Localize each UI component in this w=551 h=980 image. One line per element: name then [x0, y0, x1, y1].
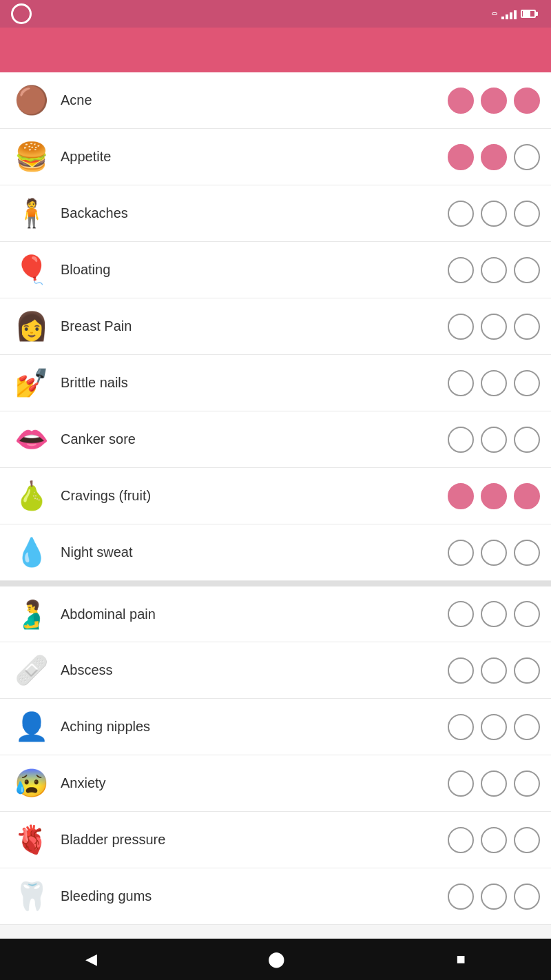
bottom-nav: ◀ ⬤ ■ — [0, 939, 551, 980]
symptom-item-night-sweat: 💧Night sweat — [0, 524, 551, 581]
symptom-icon-breast-pain: 👩 — [11, 306, 52, 347]
circle-bleeding-gums-1[interactable] — [481, 884, 507, 910]
symptom-circles-backaches — [448, 201, 540, 227]
circle-acne-1[interactable] — [481, 88, 507, 114]
circle-brittle-nails-0[interactable] — [448, 370, 474, 396]
circle-abdominal-pain-1[interactable] — [481, 601, 507, 627]
symptom-circles-bladder-pressure — [448, 827, 540, 853]
symptom-item-breast-pain: 👩Breast Pain — [0, 298, 551, 355]
circle-backaches-0[interactable] — [448, 201, 474, 227]
circle-breast-pain-2[interactable] — [514, 314, 540, 340]
symptom-icon-bloating: 🎈 — [11, 249, 52, 291]
symptom-icon-bladder-pressure: 🫀 — [11, 819, 52, 861]
symptom-name-cravings-fruit: Cravings (fruit) — [52, 488, 448, 504]
circle-abdominal-pain-0[interactable] — [448, 601, 474, 627]
circle-cravings-fruit-0[interactable] — [448, 483, 474, 509]
symptom-name-aching-nipples: Aching nipples — [52, 719, 448, 735]
signal-bars — [501, 8, 517, 19]
circle-abdominal-pain-2[interactable] — [514, 601, 540, 627]
circle-abscess-1[interactable] — [481, 657, 507, 684]
circle-night-sweat-0[interactable] — [448, 540, 474, 566]
symptom-circles-aching-nipples — [448, 714, 540, 740]
symptom-circles-appetite — [448, 144, 540, 170]
circle-aching-nipples-1[interactable] — [481, 714, 507, 740]
nav-recent-button[interactable]: ■ — [457, 950, 466, 968]
lte-badge — [492, 12, 497, 15]
circle-night-sweat-2[interactable] — [514, 540, 540, 566]
circle-breast-pain-0[interactable] — [448, 314, 474, 340]
symptom-icon-abscess: 🩹 — [11, 650, 52, 691]
symptom-name-brittle-nails: Brittle nails — [52, 375, 448, 391]
symptom-list: 🟤Acne🍔Appetite🧍Backaches🎈Bloating👩Breast… — [0, 72, 551, 980]
symptom-icon-brittle-nails: 💅 — [11, 363, 52, 404]
circle-canker-sore-0[interactable] — [448, 427, 474, 453]
symptom-name-bladder-pressure: Bladder pressure — [52, 832, 448, 848]
circle-bloating-2[interactable] — [514, 257, 540, 283]
symptom-icon-appetite: 🍔 — [11, 136, 52, 178]
symptom-item-abdominal-pain: 🫃Abdominal pain — [0, 581, 551, 642]
symptom-item-brittle-nails: 💅Brittle nails — [0, 355, 551, 411]
symptom-name-breast-pain: Breast Pain — [52, 318, 448, 334]
symptom-item-anxiety: 😰Anxiety — [0, 755, 551, 812]
symptom-icon-abdominal-pain: 🫃 — [11, 593, 52, 635]
symptom-icon-canker-sore: 👄 — [11, 419, 52, 460]
circle-brittle-nails-1[interactable] — [481, 370, 507, 396]
circle-bloating-0[interactable] — [448, 257, 474, 283]
symptom-item-acne: 🟤Acne — [0, 72, 551, 129]
symptom-circles-bloating — [448, 257, 540, 283]
circle-bladder-pressure-2[interactable] — [514, 827, 540, 853]
circle-bladder-pressure-1[interactable] — [481, 827, 507, 853]
symptom-item-backaches: 🧍Backaches — [0, 185, 551, 242]
circle-canker-sore-2[interactable] — [514, 427, 540, 453]
circle-cravings-fruit-2[interactable] — [514, 483, 540, 509]
symptom-circles-canker-sore — [448, 427, 540, 453]
circle-bladder-pressure-0[interactable] — [448, 827, 474, 853]
circle-bleeding-gums-0[interactable] — [448, 884, 474, 910]
circle-bleeding-gums-2[interactable] — [514, 884, 540, 910]
symptom-icon-anxiety: 😰 — [11, 763, 52, 804]
symptom-icon-acne: 🟤 — [11, 80, 52, 121]
circle-aching-nipples-2[interactable] — [514, 714, 540, 740]
symptom-item-appetite: 🍔Appetite — [0, 129, 551, 185]
symptom-circles-anxiety — [448, 770, 540, 797]
nav-back-button[interactable]: ◀ — [85, 950, 97, 968]
circle-appetite-2[interactable] — [514, 144, 540, 170]
symptom-item-abscess: 🩹Abscess — [0, 642, 551, 699]
circle-anxiety-2[interactable] — [514, 770, 540, 797]
symptom-item-bladder-pressure: 🫀Bladder pressure — [0, 812, 551, 868]
circle-breast-pain-1[interactable] — [481, 314, 507, 340]
symptom-name-abdominal-pain: Abdominal pain — [52, 606, 448, 622]
symptom-circles-cravings-fruit — [448, 483, 540, 509]
symptom-name-acne: Acne — [52, 92, 448, 108]
symptom-name-bloating: Bloating — [52, 262, 448, 278]
circle-abscess-2[interactable] — [514, 657, 540, 684]
circle-backaches-1[interactable] — [481, 201, 507, 227]
symptom-name-anxiety: Anxiety — [52, 775, 448, 791]
status-icons — [492, 8, 540, 19]
circle-canker-sore-1[interactable] — [481, 427, 507, 453]
circle-anxiety-0[interactable] — [448, 770, 474, 797]
circle-appetite-0[interactable] — [448, 144, 474, 170]
symptom-icon-night-sweat: 💧 — [11, 532, 52, 573]
symptom-name-canker-sore: Canker sore — [52, 431, 448, 447]
symptom-circles-brittle-nails — [448, 370, 540, 396]
circle-anxiety-1[interactable] — [481, 770, 507, 797]
symptom-icon-cravings-fruit: 🍐 — [11, 476, 52, 517]
circle-bloating-1[interactable] — [481, 257, 507, 283]
circle-brittle-nails-2[interactable] — [514, 370, 540, 396]
battery-icon — [521, 10, 536, 18]
circle-backaches-2[interactable] — [514, 201, 540, 227]
symptom-item-bleeding-gums: 🦷Bleeding gums — [0, 868, 551, 925]
nav-home-button[interactable]: ⬤ — [268, 950, 285, 968]
circle-aching-nipples-0[interactable] — [448, 714, 474, 740]
circle-abscess-0[interactable] — [448, 657, 474, 684]
circle-appetite-1[interactable] — [481, 144, 507, 170]
symptom-circles-acne — [448, 88, 540, 114]
circle-night-sweat-1[interactable] — [481, 540, 507, 566]
symptom-icon-aching-nipples: 👤 — [11, 706, 52, 748]
app-bar — [0, 28, 551, 72]
status-bar — [0, 0, 551, 28]
circle-cravings-fruit-1[interactable] — [481, 483, 507, 509]
circle-acne-2[interactable] — [514, 88, 540, 114]
circle-acne-0[interactable] — [448, 88, 474, 114]
